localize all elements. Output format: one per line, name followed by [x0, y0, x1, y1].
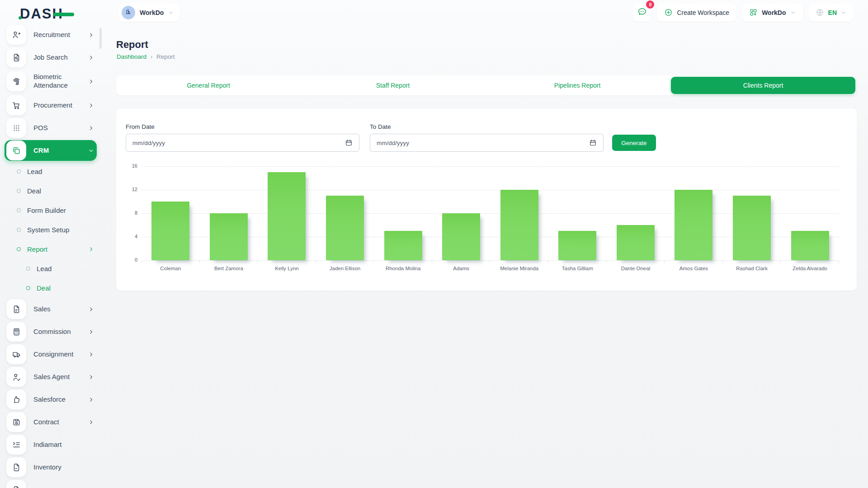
sidebar-scrollbar[interactable] — [99, 28, 102, 49]
create-workspace-label: Create Workspace — [677, 9, 729, 16]
file-icon — [6, 457, 26, 477]
chevron-right-icon — [88, 246, 94, 252]
clients-report-chart: 0481216ColemanBert ZamoraKelly LynnJaden… — [122, 159, 845, 281]
file-search-icon — [6, 47, 26, 67]
sidebar-item-sales[interactable]: Sales — [0, 298, 105, 320]
file-text-icon — [6, 299, 26, 319]
workspace-avatar — [122, 6, 135, 19]
sidebar-item-label: POS — [33, 124, 48, 132]
sidebar-item-partial — [0, 479, 105, 488]
fingerprint-icon — [6, 71, 26, 91]
app-logo[interactable]: DASH — [20, 5, 63, 23]
sidebar-item-job-search[interactable]: Job Search — [0, 46, 105, 69]
chart-bar-zelda-alvarado — [791, 231, 829, 260]
sidebar-subitem-deal[interactable]: Deal — [0, 181, 105, 201]
account-menu-label: WorkDo — [762, 9, 786, 16]
sidebar-item-consignment[interactable]: Consignment — [0, 343, 105, 366]
chevron-down-icon — [88, 148, 94, 154]
sidebar-item-inventory[interactable]: Inventory — [0, 456, 105, 479]
sidebar-subitem-system-setup[interactable]: System Setup — [0, 220, 105, 239]
breadcrumb: Dashboard › Report — [117, 53, 175, 60]
globe-icon — [816, 8, 824, 17]
chart-bar-bert-zamora — [210, 213, 248, 260]
chart-bar-rhonda-molina — [384, 231, 422, 260]
sidebar-item-contract[interactable]: Contract — [0, 411, 105, 433]
y-tick-label: 16 — [122, 163, 137, 169]
message-dots-icon — [637, 7, 647, 18]
chevron-right-icon — [88, 352, 94, 357]
sidebar-item-label: Contract — [33, 418, 59, 427]
sidebar-subitem-lead[interactable]: Lead — [0, 259, 105, 278]
plus-circle-icon — [664, 8, 673, 17]
chevron-right-icon — [88, 55, 94, 61]
tab-clients-report[interactable]: Clients Report — [671, 77, 855, 94]
tab-general-report[interactable]: General Report — [116, 75, 301, 95]
sidebar-item-pos[interactable]: POS — [0, 117, 105, 139]
to-date-label: To Date — [370, 123, 391, 130]
chart-slot: Rhonda Molina — [374, 166, 432, 260]
chart-slot: Zelda Alvarado — [781, 166, 839, 260]
sidebar-subitem-form-builder[interactable]: Form Builder — [0, 201, 105, 220]
account-menu-button[interactable]: WorkDo — [742, 3, 802, 22]
chart-slot: Coleman — [142, 166, 200, 260]
tab-staff-report[interactable]: Staff Report — [301, 75, 485, 95]
generate-button[interactable]: Generate — [612, 135, 656, 151]
calendar-icon[interactable] — [345, 139, 353, 146]
language-menu-button[interactable]: EN — [808, 3, 854, 22]
bullet-circle-icon — [17, 228, 21, 232]
chart-bar-kelly-lynn — [268, 172, 306, 260]
chevron-down-icon — [168, 10, 174, 15]
sidebar-item-recruitment[interactable]: Recruitment — [0, 23, 105, 46]
sidebar-subitem-report[interactable]: Report — [0, 239, 105, 259]
chart-bar-adams — [442, 213, 480, 260]
sidebar-item-biometric-attendance[interactable]: Biometric Attendance — [0, 69, 105, 94]
bullet-circle-icon — [26, 286, 30, 290]
sidebar-item-indiamart[interactable]: Indiamart — [0, 433, 105, 456]
sidebar-subitem-label: Report — [27, 245, 47, 253]
sidebar-item-crm[interactable]: CRM — [0, 139, 105, 162]
sidebar-subitem-lead[interactable]: Lead — [0, 162, 105, 181]
sidebar-subitem-deal[interactable]: Deal — [0, 278, 105, 298]
from-date-label: From Date — [126, 123, 155, 130]
chevron-right-icon — [88, 79, 94, 84]
sidebar-item-label: Job Search — [33, 53, 68, 62]
chart-slot: Amos Gates — [665, 166, 723, 260]
user-plus-icon — [6, 25, 26, 45]
breadcrumb-dashboard-link[interactable]: Dashboard — [117, 53, 146, 60]
create-workspace-button[interactable]: Create Workspace — [657, 3, 736, 22]
file-icon — [6, 480, 26, 488]
sidebar-item-label: CRM — [33, 146, 49, 155]
chart-slot: Jaden Ellison — [316, 166, 374, 260]
logo-accent-bar — [53, 13, 74, 16]
y-tick-label: 8 — [122, 210, 137, 216]
header-actions: 0 Create Workspace WorkDo EN — [632, 3, 854, 22]
chart-bar-rashad-clark — [733, 196, 771, 260]
messages-button[interactable]: 0 — [632, 3, 651, 22]
sidebar-item-label: Consignment — [33, 350, 73, 359]
sidebar-item-procurement[interactable]: Procurement — [0, 94, 105, 117]
sidebar-subitem-label: System Setup — [27, 226, 69, 234]
y-tick-label: 12 — [122, 187, 137, 192]
breadcrumb-separator-icon: › — [151, 54, 152, 60]
chevron-right-icon — [88, 397, 94, 403]
chevron-right-icon — [88, 125, 94, 131]
sidebar-item-label: Biometric Attendance — [33, 73, 84, 90]
from-date-input[interactable] — [126, 134, 359, 152]
to-date-input[interactable] — [370, 134, 604, 152]
sidebar-item-salesforce[interactable]: Salesforce — [0, 388, 105, 411]
sidebar: DASH RecruitmentJob SearchBiometric Atte… — [0, 0, 105, 488]
workspace-name: WorkDo — [140, 9, 164, 16]
user-check-icon — [6, 367, 26, 387]
sidebar-nav: RecruitmentJob SearchBiometric Attendanc… — [0, 23, 105, 488]
sidebar-item-commission[interactable]: Commission — [0, 320, 105, 343]
chart-slot: Rashad Clark — [723, 166, 781, 260]
sidebar-item-sales-agent[interactable]: Sales Agent — [0, 366, 105, 388]
tab-pipelines-report[interactable]: Pipelines Report — [485, 75, 670, 95]
sidebar-subitem-label: Lead — [37, 265, 52, 272]
report-card: From Date To Date Generate 0481216Colema… — [116, 108, 857, 291]
workspace-switcher[interactable]: WorkDo — [118, 3, 180, 22]
calendar-icon[interactable] — [589, 139, 597, 146]
sidebar-item-label: Commission — [33, 328, 71, 336]
sidebar-subitem-label: Lead — [27, 168, 42, 175]
chevron-right-icon — [88, 374, 94, 380]
